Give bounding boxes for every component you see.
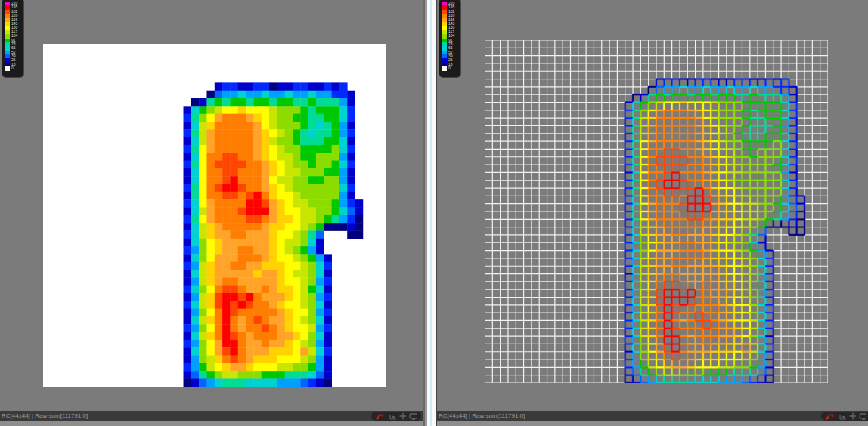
camera-icon[interactable] xyxy=(389,413,396,420)
camera-icon[interactable] xyxy=(839,413,846,420)
move-tool-icon[interactable] xyxy=(399,412,405,420)
move-tool-icon[interactable] xyxy=(849,412,855,420)
pressure-map-app: 2201951821691561431301171049178655239261… xyxy=(0,0,868,426)
record-curve-icon[interactable] xyxy=(826,412,833,420)
monitor-icon[interactable] xyxy=(859,413,866,420)
bottom-strip xyxy=(0,421,423,426)
panel-heatmap: 2201951821691561431301171049178655239261… xyxy=(0,0,423,426)
panel-grid-overlay: 2201951821691561431301171049178655239261… xyxy=(437,0,868,426)
status-text: RC[44x44] | Raw sum[111791.0] xyxy=(439,411,525,421)
heatmap-canvas[interactable] xyxy=(43,44,386,387)
toolbar-icon-cluster xyxy=(371,412,421,421)
status-bar: RC[44x44] | Raw sum[111791.0] xyxy=(0,411,423,421)
status-text: RC[44x44] | Raw sum[111791.0] xyxy=(2,411,88,421)
panel-splitter[interactable] xyxy=(423,0,437,426)
color-scale-rows: 2201951821691561431301171049178655239261… xyxy=(442,2,460,71)
grid-overlay-canvas[interactable] xyxy=(485,40,828,383)
monitor-icon[interactable] xyxy=(409,413,417,420)
toolbar-icon-cluster xyxy=(821,412,868,421)
color-scale-rows: 2201951821691561431301171049178655239261… xyxy=(5,2,23,71)
status-bar: RC[44x44] | Raw sum[111791.0] xyxy=(437,411,868,421)
bottom-strip xyxy=(437,421,868,426)
color-scale-legend[interactable]: 2201951821691561431301171049178655239261… xyxy=(439,0,461,78)
record-curve-icon[interactable] xyxy=(376,412,383,420)
color-scale-legend[interactable]: 2201951821691561431301171049178655239261… xyxy=(2,0,24,78)
